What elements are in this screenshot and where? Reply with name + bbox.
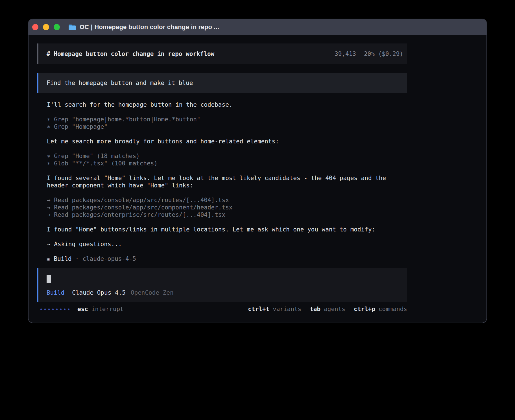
tool-call-grep: ∗ Grep "Home" (18 matches)	[47, 152, 399, 160]
interrupt-label: interrupt	[91, 306, 124, 312]
spinner-dots	[40, 309, 69, 310]
prompt-input[interactable]: Build Claude Opus 4.5 OpenCode Zen	[37, 268, 407, 302]
close-button[interactable]	[32, 24, 38, 30]
user-message-text: Find the homepage button and make it blu…	[47, 80, 193, 86]
file-read-line: → Read packages/console/app/src/componen…	[47, 204, 399, 211]
assistant-text: I found "Home" buttons/links in multiple…	[47, 226, 399, 233]
user-message: Find the homepage button and make it blu…	[37, 73, 407, 93]
agent-badge: ▣ Build · claude-opus-4-5	[47, 255, 399, 262]
terminal-body: # Homepage button color change in repo w…	[29, 35, 486, 323]
folder-icon	[68, 24, 76, 30]
window-title: OC | Homepage button color change in rep…	[80, 23, 219, 31]
agent-icon: ▣	[47, 255, 50, 262]
assistant-text: Let me search more broadly for buttons a…	[47, 138, 399, 145]
conversation: I'll search for the homepage button in t…	[37, 101, 399, 262]
shortcut-key: ctrl+t	[248, 306, 269, 312]
assistant-text: I'll search for the homepage button in t…	[47, 101, 399, 108]
assistant-text: I found several "Home" links. Let me loo…	[47, 174, 399, 189]
titlebar[interactable]: OC | Homepage button color change in rep…	[29, 19, 486, 35]
shortcut-key: ctrl+p	[354, 306, 375, 312]
agent-model: claude-opus-4-5	[82, 255, 136, 262]
input-cursor	[47, 275, 51, 283]
zoom-button[interactable]	[54, 24, 60, 30]
esc-key: esc	[77, 306, 88, 312]
tool-call-grep: ∗ Grep "Homepage"	[47, 123, 399, 130]
input-model: Claude Opus 4.5	[72, 289, 126, 296]
session-header: # Homepage button color change in repo w…	[37, 43, 407, 64]
shortcut-variants: ctrl+t variants	[248, 306, 301, 312]
file-read-line: → Read packages/console/app/src/routes/[…	[47, 196, 399, 204]
shortcut-key: tab	[310, 306, 320, 312]
shortcut-agents: tab agents	[310, 306, 345, 312]
shortcut-label: agents	[324, 306, 345, 312]
shortcut-commands: ctrl+p commands	[354, 306, 407, 312]
tool-call-grep: ∗ Grep "homepage|home.*button|Home.*butt…	[47, 116, 399, 123]
status-bar: esc interrupt ctrl+t variants tab agents…	[37, 305, 407, 313]
minimize-button[interactable]	[43, 24, 49, 30]
terminal-window: OC | Homepage button color change in rep…	[28, 19, 487, 323]
agent-name: Build	[54, 255, 71, 262]
agent-separator: ·	[75, 255, 79, 262]
input-provider: OpenCode Zen	[131, 289, 174, 296]
shortcut-label: commands	[379, 306, 407, 312]
tool-call-glob: ∗ Glob "**/*.tsx" (100 matches)	[47, 160, 399, 167]
session-stats: 39,413 20% ($0.29)	[335, 51, 403, 57]
session-title: # Homepage button color change in repo w…	[47, 51, 214, 57]
shortcut-label: variants	[273, 306, 301, 312]
traffic-lights	[32, 24, 60, 30]
context-usage: 20% ($0.29)	[364, 51, 403, 57]
token-count: 39,413	[335, 51, 356, 57]
file-read-line: → Read packages/enterprise/src/routes/[.…	[47, 211, 399, 218]
input-meta: Build Claude Opus 4.5 OpenCode Zen	[47, 289, 407, 296]
input-mode: Build	[47, 289, 64, 296]
working-status: ~ Asking questions...	[47, 240, 399, 248]
